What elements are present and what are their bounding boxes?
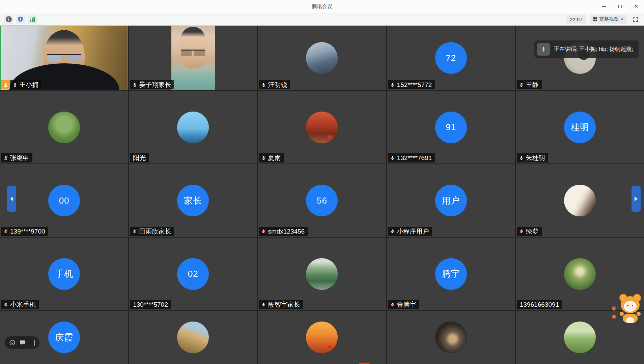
participant-tile[interactable] xyxy=(258,311,386,364)
avatar-text: 72 xyxy=(446,53,456,63)
avatar: 庆霞 xyxy=(48,322,80,353)
participant-name: 王小拥 xyxy=(19,81,38,89)
minimize-icon xyxy=(602,6,606,7)
participant-label: 132****7691 xyxy=(388,153,435,162)
participant-label: 小米手机 xyxy=(1,300,39,309)
pet-sticker[interactable] xyxy=(617,294,643,325)
avatar: 手机 xyxy=(48,258,80,290)
mic-muted-icon xyxy=(519,229,524,235)
avatar-text: 手机 xyxy=(55,268,73,280)
prev-page-button[interactable] xyxy=(7,186,16,212)
avatar: 02 xyxy=(177,258,209,290)
participant-tile[interactable]: 72 xyxy=(387,26,515,90)
security-button[interactable] xyxy=(16,15,25,24)
minimize-button[interactable] xyxy=(601,3,607,9)
participant-tile[interactable]: 汪明锐 xyxy=(258,26,386,90)
participant-tile[interactable]: 晏子翔家长 xyxy=(129,26,257,90)
participant-label: 段智宇家长 xyxy=(259,300,303,309)
participant-label: 绿萝 xyxy=(517,227,542,236)
network-status-button[interactable] xyxy=(28,15,37,24)
participant-tile[interactable]: 腾宇 xyxy=(387,238,515,310)
collapse-button[interactable] xyxy=(34,340,35,346)
avatar-text: 腾宇 xyxy=(442,268,460,280)
restore-icon xyxy=(618,5,622,8)
toast-mic-chip xyxy=(537,43,550,56)
video-person-body xyxy=(179,27,207,68)
next-page-button[interactable] xyxy=(632,186,641,212)
quick-actions-bar xyxy=(5,336,39,349)
mic-on-icon xyxy=(390,82,395,88)
participant-tile[interactable]: 用户 xyxy=(387,164,515,237)
participant-tile[interactable]: 02 xyxy=(129,238,257,310)
video-person-glasses xyxy=(181,50,205,56)
restore-button[interactable] xyxy=(617,3,623,9)
avatar-photo-sun xyxy=(177,112,209,143)
chat-button[interactable] xyxy=(19,339,26,346)
divider xyxy=(30,340,30,345)
mic-on-icon xyxy=(261,82,266,88)
participant-tile[interactable]: 王小拥 xyxy=(0,26,128,90)
sticker-dot: ▾ xyxy=(612,314,616,319)
view-mode-button[interactable]: 宫格视图 xyxy=(590,15,627,24)
video-person-glasses xyxy=(47,54,81,62)
avatar-photo-anime xyxy=(564,185,596,216)
participant-tile[interactable]: 王静 xyxy=(516,26,644,90)
mic-muted-icon xyxy=(390,229,395,235)
participant-name: 朱桂明 xyxy=(526,154,545,162)
speaking-text: 正在讲话: 王小拥; hlp; 扬帆起航; xyxy=(554,46,633,53)
participant-label: 小程序用户 xyxy=(388,227,432,236)
participant-label: 田雨欣家长 xyxy=(130,227,174,236)
participant-tile[interactable]: 56 xyxy=(258,164,386,237)
mic-on-icon xyxy=(12,82,18,88)
participant-label: 朱桂明 xyxy=(517,153,548,162)
avatar: 00 xyxy=(48,185,80,216)
participant-grid: 正在讲话: 王小拥; hlp; 扬帆起航; xyxy=(0,26,644,364)
participant-label: 139****9700 xyxy=(1,227,48,236)
participant-name: 田雨欣家长 xyxy=(139,227,171,236)
participant-label: 张继申 xyxy=(1,153,32,162)
participant-tile[interactable] xyxy=(387,311,515,364)
participant-name: 132****7691 xyxy=(397,154,432,162)
participant-tile[interactable] xyxy=(129,311,257,364)
participant-label: 王小拥 xyxy=(1,80,41,89)
participant-label: 夏雨 xyxy=(259,153,284,162)
avatar-photo-forest xyxy=(564,258,596,290)
participant-tile[interactable]: 手机 xyxy=(0,238,128,310)
avatar-photo-field xyxy=(564,322,596,353)
avatar: 56 xyxy=(306,185,338,216)
mic-muted-icon xyxy=(3,155,8,161)
participant-name: 汪明锐 xyxy=(268,81,287,89)
emoji-reaction-icon xyxy=(9,339,16,346)
sticker-dot: c xyxy=(612,306,616,311)
avatar-text: 91 xyxy=(446,122,456,132)
meeting-info-button[interactable]: i xyxy=(4,15,13,24)
avatar-text: 56 xyxy=(317,195,327,206)
participant-tile[interactable]: 桂明 xyxy=(516,91,644,163)
participant-tile[interactable]: 夏雨 xyxy=(258,91,386,163)
mic-on-icon xyxy=(390,155,395,161)
emoji-reaction-button[interactable] xyxy=(9,339,16,346)
avatar-text: 用户 xyxy=(442,195,460,207)
participant-tile[interactable]: 家长 xyxy=(129,164,257,237)
participant-tile[interactable]: 00 xyxy=(0,164,128,237)
mic-muted-icon xyxy=(132,229,137,235)
fullscreen-button[interactable] xyxy=(631,15,640,24)
mic-on-icon xyxy=(261,302,266,308)
grid-view-icon xyxy=(593,17,597,21)
meeting-info-icon: i xyxy=(6,16,12,22)
red-marker xyxy=(359,363,369,364)
participant-tile[interactable]: 91 xyxy=(387,91,515,163)
participant-tile[interactable]: 绿萝 xyxy=(516,164,644,237)
close-button[interactable]: ✕ xyxy=(633,3,639,9)
participant-tile[interactable]: 张继申 xyxy=(0,91,128,163)
microphone-icon xyxy=(540,46,547,53)
participant-tile[interactable]: 阳光 xyxy=(129,91,257,163)
participant-name: 夏雨 xyxy=(268,154,281,162)
participant-name: 139****9700 xyxy=(10,228,45,235)
avatar: 家长 xyxy=(177,185,209,216)
mic-on-icon xyxy=(132,82,137,88)
participant-name: 小程序用户 xyxy=(397,227,429,236)
avatar: 腾宇 xyxy=(435,258,467,290)
window-controls: ✕ xyxy=(601,0,639,13)
participant-tile[interactable]: 段智宇家长 xyxy=(258,238,386,310)
